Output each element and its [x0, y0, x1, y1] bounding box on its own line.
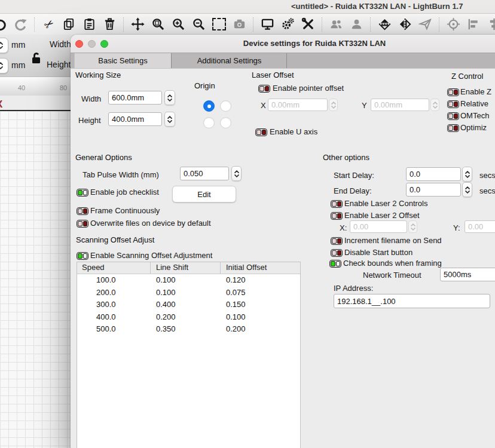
width-label: Width — [81, 94, 101, 103]
z-control-toggle-2[interactable] — [447, 112, 459, 120]
tab-pulse-label: Tab Pulse Width (mm) — [82, 170, 159, 179]
flip-horizontal-icon[interactable] — [398, 17, 412, 32]
enable-pointer-offset-label: Enable pointer offset — [273, 84, 344, 93]
frame-selection-icon[interactable] — [212, 17, 227, 32]
offset-y-input[interactable] — [371, 99, 429, 111]
flip-vertical-icon[interactable] — [377, 17, 392, 32]
redo-icon[interactable] — [13, 17, 28, 32]
user-icon[interactable] — [349, 17, 364, 32]
z-control-heading: Z Control — [451, 72, 483, 81]
edit-checklist-button[interactable]: Edit — [172, 186, 236, 202]
table-row[interactable]: 400.00.2000.100 — [77, 311, 300, 324]
table-row[interactable]: 100.00.1000.120 — [77, 274, 300, 287]
z-control-toggle-0[interactable] — [447, 88, 459, 96]
laser2-controls-label: Enable Laser 2 Controls — [344, 199, 427, 208]
lock-icon[interactable] — [29, 50, 43, 66]
enable-u-axis-toggle[interactable] — [255, 128, 267, 136]
cut-icon[interactable]: ✂ — [41, 17, 56, 32]
scanning-offset-heading: Scanning Offset Adjust — [76, 235, 154, 244]
width-input[interactable] — [108, 91, 162, 105]
zoom-in-icon[interactable] — [171, 17, 186, 32]
start-delay-stepper[interactable] — [462, 167, 472, 182]
table-cell: 200.0 — [77, 287, 151, 299]
align-left-icon[interactable] — [466, 17, 481, 32]
height-stepper[interactable] — [164, 112, 175, 127]
end-delay-input[interactable] — [406, 183, 461, 197]
laser2-x-stepper[interactable] — [408, 220, 417, 233]
table-cell: 0.200 — [151, 311, 221, 324]
offset-x-input[interactable] — [268, 99, 328, 111]
start-delay-input[interactable] — [406, 167, 461, 181]
job-checklist-toggle[interactable] — [77, 189, 88, 197]
column-header-initial-offset[interactable]: Initial Offset — [221, 262, 300, 274]
unit-stepper[interactable] — [0, 38, 8, 53]
height-input[interactable] — [108, 112, 162, 126]
overwrite-files-toggle[interactable] — [77, 220, 88, 228]
enable-pointer-offset-toggle[interactable] — [258, 85, 270, 93]
laser2-y-input[interactable] — [465, 220, 495, 233]
laser2-offset-toggle[interactable] — [331, 212, 343, 220]
laser2-offset-label: Enable Laser 2 Offset — [344, 211, 420, 220]
system-titlebar: <untitled> - Ruida KT332N LAN - LightBur… — [0, 0, 495, 14]
zoom-out-icon[interactable] — [191, 17, 206, 32]
preview-monitor-icon[interactable] — [260, 17, 275, 32]
column-header-speed[interactable]: Speed — [77, 262, 151, 274]
check-bounds-toggle[interactable] — [329, 260, 341, 268]
origin-radio-bottom-left[interactable] — [203, 117, 215, 128]
other-options-heading: Other options — [323, 153, 369, 162]
tab-pulse-stepper[interactable] — [231, 166, 242, 181]
offset-x-stepper[interactable] — [329, 99, 338, 111]
copy-icon[interactable] — [62, 17, 77, 32]
general-options-heading: General Options — [75, 153, 132, 162]
offset-y-stepper[interactable] — [430, 99, 439, 111]
table-cell: 0.400 — [151, 299, 221, 311]
z-control-toggle-3[interactable] — [447, 124, 459, 132]
settings-gears-icon[interactable] — [280, 17, 295, 32]
table-row[interactable]: 200.00.1000.075 — [77, 287, 300, 299]
tab-pulse-input[interactable] — [180, 167, 229, 180]
scanning-offset-table[interactable]: Speed Line Shift Initial Offset 100.00.1… — [77, 262, 301, 448]
column-header-line-shift[interactable]: Line Shift — [151, 262, 221, 274]
tab-additional-settings[interactable]: Additional Settings — [172, 53, 287, 68]
laser2-x-input[interactable] — [350, 220, 407, 233]
disable-start-label: Disable Start button — [344, 248, 412, 257]
origin-radio-top-right[interactable] — [220, 100, 231, 112]
ip-address-input[interactable] — [334, 294, 490, 308]
frame-continuously-toggle[interactable] — [77, 207, 88, 215]
align-center-icon[interactable] — [487, 17, 495, 32]
position-target-icon[interactable] — [446, 17, 461, 32]
undo-icon[interactable] — [0, 17, 8, 32]
enable-scanning-offset-toggle[interactable] — [77, 252, 88, 260]
table-row[interactable]: 300.00.4000.150 — [77, 299, 300, 311]
z-control-toggle-1[interactable] — [447, 100, 459, 108]
table-cell: 0.100 — [151, 274, 221, 287]
camera-icon[interactable] — [232, 17, 247, 32]
device-wrench-icon[interactable] — [301, 17, 316, 32]
paste-icon[interactable] — [82, 17, 97, 32]
pan-icon[interactable] — [130, 17, 145, 32]
increment-filename-toggle[interactable] — [331, 237, 343, 245]
width-stepper[interactable] — [164, 90, 175, 105]
laser2-controls-toggle[interactable] — [331, 200, 343, 208]
unit-stepper[interactable] — [0, 58, 8, 73]
table-row[interactable]: 500.00.3500.200 — [77, 323, 300, 336]
end-delay-label: End Delay: — [334, 186, 372, 195]
toolbar-separator — [123, 17, 124, 32]
disable-start-toggle[interactable] — [331, 249, 343, 257]
origin-radio-bottom-right[interactable] — [220, 117, 231, 128]
unit-label-a: mm — [11, 40, 25, 50]
table-cell: 0.075 — [221, 287, 300, 299]
table-cell: 100.0 — [77, 274, 151, 287]
zoom-to-page-icon[interactable] — [151, 17, 166, 32]
dialog-titlebar[interactable]: Device settings for Ruida KT332N LAN — [71, 35, 495, 53]
main-toolbar: ✂ — [0, 14, 495, 35]
end-delay-stepper[interactable] — [462, 182, 472, 197]
table-cell: 0.100 — [151, 287, 221, 299]
tab-basic-settings[interactable]: Basic Settings — [74, 53, 172, 68]
team-icon[interactable] — [329, 17, 344, 32]
send-icon[interactable] — [418, 17, 433, 32]
table-cell: 400.0 — [77, 311, 151, 324]
delete-icon[interactable] — [102, 17, 117, 32]
network-timeout-input[interactable] — [440, 268, 495, 281]
origin-radio-top-left[interactable] — [203, 100, 215, 112]
